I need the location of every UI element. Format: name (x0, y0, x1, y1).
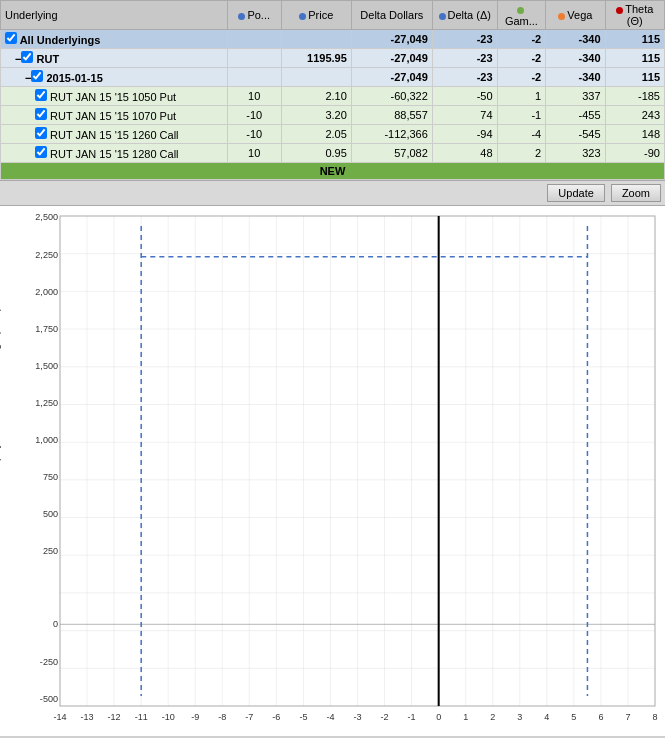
cell-delta-dollars-put1: -60,322 (351, 87, 432, 106)
cell-delta-call1: -94 (432, 125, 497, 144)
chart-area: 2,500 2,250 2,000 1,750 1,500 1,250 1,00… (60, 216, 655, 706)
dot-vega (558, 13, 565, 20)
cell-gamma-call2: 2 (497, 144, 546, 163)
cell-price-rut: 1195.95 (281, 49, 351, 68)
header-price: Price (281, 1, 351, 30)
cell-vega-put1: 337 (546, 87, 605, 106)
table-row-put1: RUT JAN 15 '15 1050 Put102.10-60,322-501… (1, 87, 665, 106)
svg-text:1: 1 (463, 712, 468, 722)
chart-container: Equity Portfolio Value Change (USD) (0, 206, 665, 736)
cell-name-call2: RUT JAN 15 '15 1280 Call (1, 144, 228, 163)
svg-text:-10: -10 (162, 712, 175, 722)
svg-text:-13: -13 (80, 712, 93, 722)
zoom-button[interactable]: Zoom (611, 184, 661, 202)
checkbox-call1[interactable] (35, 127, 47, 139)
svg-text:-8: -8 (218, 712, 226, 722)
header-underlying: Underlying (1, 1, 228, 30)
controls-bar: Update Zoom (0, 180, 665, 206)
cell-position-date (227, 68, 281, 87)
svg-text:250: 250 (43, 546, 58, 556)
cell-theta-call1: 148 (605, 125, 664, 144)
table-row-call2: RUT JAN 15 '15 1280 Call100.9557,0824823… (1, 144, 665, 163)
svg-text:2,000: 2,000 (35, 287, 58, 297)
cell-theta-put1: -185 (605, 87, 664, 106)
cell-name-call1: RUT JAN 15 '15 1260 Call (1, 125, 228, 144)
cell-delta-put1: -50 (432, 87, 497, 106)
dot-position (238, 13, 245, 20)
svg-text:0: 0 (436, 712, 441, 722)
cell-price-put1: 2.10 (281, 87, 351, 106)
row-label-all: All Underlyings (17, 34, 100, 46)
cell-position-call1: -10 (227, 125, 281, 144)
cell-vega-call2: 323 (546, 144, 605, 163)
table-row-call1: RUT JAN 15 '15 1260 Call-102.05-112,366-… (1, 125, 665, 144)
update-button[interactable]: Update (547, 184, 604, 202)
cell-delta-put2: 74 (432, 106, 497, 125)
table-row-rut: − RUT1195.95-27,049-23-2-340115 (1, 49, 665, 68)
cell-gamma-put2: -1 (497, 106, 546, 125)
row-label-call2: RUT JAN 15 '15 1280 Call (47, 148, 179, 160)
cell-gamma-date: -2 (497, 68, 546, 87)
svg-text:750: 750 (43, 472, 58, 482)
svg-text:3: 3 (517, 712, 522, 722)
header-delta: Delta (Δ) (432, 1, 497, 30)
cell-theta-put2: 243 (605, 106, 664, 125)
svg-text:8: 8 (652, 712, 657, 722)
dot-gamma (517, 7, 524, 14)
svg-text:-12: -12 (108, 712, 121, 722)
positions-table: Underlying Po... Price Delta Dollars Del… (0, 0, 665, 180)
table-row-new[interactable]: NEW (1, 163, 665, 180)
table-row-all: All Underlyings-27,049-23-2-340115 (1, 30, 665, 49)
svg-text:2,250: 2,250 (35, 250, 58, 260)
svg-text:1,250: 1,250 (35, 398, 58, 408)
cell-vega-call1: -545 (546, 125, 605, 144)
svg-text:4: 4 (544, 712, 549, 722)
table-section: Underlying Po... Price Delta Dollars Del… (0, 0, 665, 180)
cell-theta-rut: 115 (605, 49, 664, 68)
dot-delta (439, 13, 446, 20)
cell-delta-dollars-call1: -112,366 (351, 125, 432, 144)
cell-price-call1: 2.05 (281, 125, 351, 144)
svg-text:-5: -5 (299, 712, 307, 722)
row-label-put1: RUT JAN 15 '15 1050 Put (47, 91, 176, 103)
header-vega: Vega (546, 1, 605, 30)
cell-price-put2: 3.20 (281, 106, 351, 125)
cell-delta-rut: -23 (432, 49, 497, 68)
svg-text:-9: -9 (191, 712, 199, 722)
cell-name-put2: RUT JAN 15 '15 1070 Put (1, 106, 228, 125)
checkbox-put2[interactable] (35, 108, 47, 120)
header-position: Po... (227, 1, 281, 30)
cell-name-put1: RUT JAN 15 '15 1050 Put (1, 87, 228, 106)
header-gamma: Gam... (497, 1, 546, 30)
svg-text:7: 7 (625, 712, 630, 722)
dot-theta (616, 7, 623, 14)
row-label-put2: RUT JAN 15 '15 1070 Put (47, 110, 176, 122)
checkbox-all[interactable] (5, 32, 17, 44)
cell-delta-all: -23 (432, 30, 497, 49)
row-label-date: 2015-01-15 (43, 72, 102, 84)
checkbox-put1[interactable] (35, 89, 47, 101)
cell-vega-rut: -340 (546, 49, 605, 68)
header-delta-dollars: Delta Dollars (351, 1, 432, 30)
svg-text:-14: -14 (53, 712, 66, 722)
svg-text:-4: -4 (326, 712, 334, 722)
svg-text:2,500: 2,500 (35, 212, 58, 222)
cell-position-call2: 10 (227, 144, 281, 163)
table-row-date: − 2015-01-15-27,049-23-2-340115 (1, 68, 665, 87)
cell-delta-dollars-date: -27,049 (351, 68, 432, 87)
svg-text:-7: -7 (245, 712, 253, 722)
cell-delta-dollars-all: -27,049 (351, 30, 432, 49)
svg-text:1,000: 1,000 (35, 435, 58, 445)
row-label-rut: RUT (33, 53, 59, 65)
new-row-button[interactable]: NEW (1, 163, 665, 180)
checkbox-date[interactable] (31, 70, 43, 82)
checkbox-call2[interactable] (35, 146, 47, 158)
header-theta: Theta (Θ) (605, 1, 664, 30)
checkbox-rut[interactable] (21, 51, 33, 63)
svg-text:0: 0 (53, 620, 58, 630)
svg-text:-6: -6 (272, 712, 280, 722)
cell-price-all (281, 30, 351, 49)
cell-delta-date: -23 (432, 68, 497, 87)
svg-text:2: 2 (490, 712, 495, 722)
cell-delta-call2: 48 (432, 144, 497, 163)
